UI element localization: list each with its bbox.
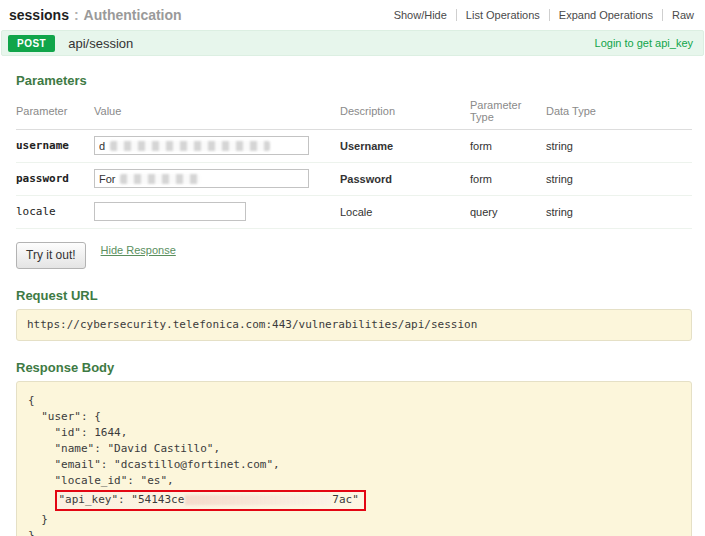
col-data-type: Data Type: [546, 105, 692, 117]
request-url-heading: Request URL: [16, 288, 692, 303]
api-key-value-end: 7ac": [332, 493, 359, 506]
locale-input[interactable]: [94, 202, 246, 221]
json-indent: [28, 493, 55, 506]
login-api-key-link[interactable]: Login to get api_key: [595, 37, 693, 49]
json-line: "name": "David Castillo",: [28, 441, 681, 457]
request-url-value: https://cybersecurity.telefonica.com:443…: [27, 317, 681, 332]
param-row-username: username Username form string: [16, 130, 692, 163]
api-key-highlight-box: "api_key": "54143ce7ac": [55, 490, 366, 511]
resource-separator: :: [74, 7, 79, 23]
response-body-block: { "user": { "id": 1644, "name": "David C…: [16, 381, 692, 536]
api-key-value-start: "54143ce: [131, 493, 184, 506]
json-line-api-key: "api_key": "54143ce7ac": [28, 489, 681, 512]
link-list-operations[interactable]: List Operations: [457, 9, 550, 21]
param-description: Password: [340, 173, 470, 185]
resource-name[interactable]: sessions: [9, 7, 69, 23]
param-value-wrap: [94, 169, 340, 188]
api-key-redaction: [185, 495, 331, 505]
link-show-hide[interactable]: Show/Hide: [385, 9, 457, 21]
link-expand-operations[interactable]: Expand Operations: [550, 9, 663, 21]
param-type: form: [470, 173, 546, 185]
param-type: query: [470, 206, 546, 218]
param-name: locale: [16, 205, 94, 218]
param-row-locale: locale Locale query string: [16, 196, 692, 229]
hide-response-link[interactable]: Hide Response: [101, 244, 176, 256]
link-raw[interactable]: Raw: [663, 9, 695, 21]
json-line: }: [28, 512, 681, 528]
json-line: {: [28, 393, 681, 409]
resource-title: sessions:Authentication: [9, 6, 182, 24]
http-method-badge: POST: [8, 35, 55, 52]
resource-header: sessions:Authentication Show/Hide List O…: [0, 0, 705, 29]
param-data-type: string: [546, 206, 692, 218]
parameters-heading: Parameters: [16, 73, 692, 88]
operation-path[interactable]: api/session: [68, 36, 133, 51]
json-line: "locale_id": "es",: [28, 473, 681, 489]
json-line: }: [28, 528, 681, 536]
col-description: Description: [340, 105, 470, 117]
password-input[interactable]: [94, 169, 309, 188]
parameters-table-header: Parameter Value Description Parameter Ty…: [16, 94, 692, 130]
operation-detail: Parameters Parameter Value Description P…: [0, 73, 705, 536]
header-links: Show/Hide List Operations Expand Operati…: [385, 9, 695, 21]
param-value-wrap: [94, 202, 340, 221]
param-name: password: [16, 172, 94, 185]
resource-subtitle: Authentication: [84, 7, 182, 23]
param-row-password: password Password form string: [16, 163, 692, 196]
api-key-key: "api_key":: [59, 493, 132, 506]
param-value-wrap: [94, 136, 340, 155]
username-input[interactable]: [94, 136, 309, 155]
try-it-section: Try it out! Hide Response: [16, 242, 692, 269]
json-line: "id": 1644,: [28, 425, 681, 441]
param-data-type: string: [546, 173, 692, 185]
param-description: Locale: [340, 206, 470, 218]
col-parameter: Parameter: [16, 105, 94, 117]
json-line: "user": {: [28, 409, 681, 425]
col-parameter-type: Parameter Type: [470, 99, 546, 123]
param-name: username: [16, 139, 94, 152]
param-description: Username: [340, 140, 470, 152]
response-body-heading: Response Body: [16, 360, 692, 375]
json-line: "email": "dcastillo@fortinet.com",: [28, 457, 681, 473]
param-data-type: string: [546, 140, 692, 152]
request-url-block: https://cybersecurity.telefonica.com:443…: [16, 309, 692, 341]
param-type: form: [470, 140, 546, 152]
operation-bar[interactable]: POST api/session Login to get api_key: [1, 30, 704, 56]
try-it-out-button[interactable]: Try it out!: [16, 242, 86, 269]
col-value: Value: [94, 105, 340, 117]
